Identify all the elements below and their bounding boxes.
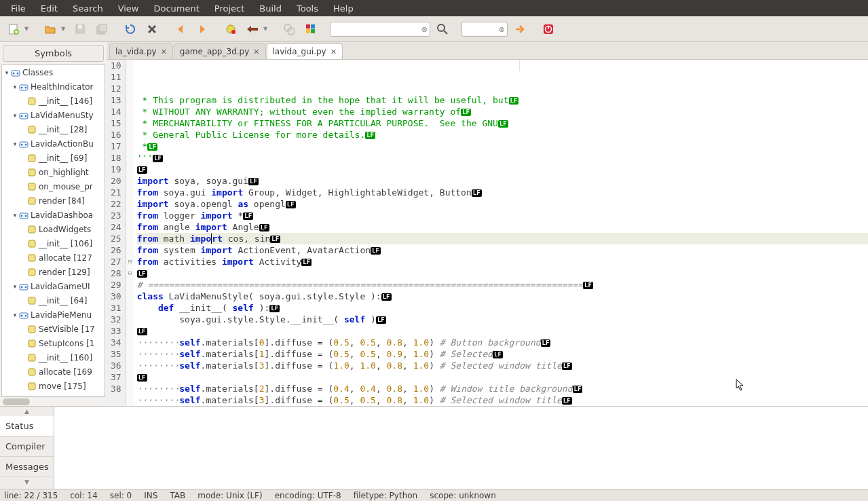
forward-button[interactable] [193,20,212,39]
tree-method[interactable]: allocate [127 [2,250,105,265]
bottom-tab-messages[interactable]: Messages [0,457,54,477]
tree-method[interactable]: SetVisible [17 [2,322,105,336]
compile-button[interactable] [221,20,240,39]
menu-file[interactable]: File [4,1,33,16]
code-line[interactable]: * This program is distributed in the hop… [137,94,868,106]
close-icon[interactable]: ✕ [253,48,259,56]
code-line[interactable]: *LF [137,141,868,152]
clear-icon[interactable]: ⊗ [499,24,505,33]
menu-tools[interactable]: Tools [290,1,325,16]
code-line[interactable]: LF [137,267,868,279]
tree-class[interactable]: ▾LavidaDashboa [2,208,105,222]
tree-method[interactable]: SetupIcons [1 [2,336,105,350]
menu-document[interactable]: Document [147,1,206,16]
close-button[interactable] [143,20,162,39]
menu-edit[interactable]: Edit [34,1,64,16]
code-line[interactable]: * General Public License for more detail… [137,129,868,141]
code-line[interactable]: '''LF [137,152,868,164]
tree-method[interactable]: __init__ [106] [2,236,105,250]
file-tab[interactable]: lavida_gui.py✕ [267,43,343,59]
code-line[interactable]: * MERCHANTABILITY or FITNESS FOR A PARTI… [137,117,868,129]
code-line[interactable]: soya.gui.style.Style.__init__( self )LF [137,314,868,325]
code-line[interactable]: from activities import ActivityLF [137,256,868,267]
save-button[interactable] [71,20,90,39]
status-tab[interactable]: TAB [170,491,185,500]
status-filetype[interactable]: filetype: Python [354,491,418,500]
chevron-down-icon[interactable]: ▼ [61,26,68,32]
menu-build[interactable]: Build [252,1,288,16]
code-line[interactable]: LF [137,164,868,175]
fold-column[interactable]: ⊟⊟ [126,60,134,406]
code-line[interactable]: import soya.opengl as openglLF [137,198,868,210]
scroll-up-icon[interactable]: ▲ [0,407,54,416]
status-mode[interactable]: mode: Unix (LF) [197,491,262,500]
tree-method[interactable]: render [84] [2,193,105,208]
bottom-tab-status[interactable]: Status [0,416,54,437]
tree-method[interactable]: on_highlight [2,165,105,179]
symbols-tab[interactable]: Symbols [3,45,104,62]
code-line[interactable]: from math import cos, sinLF [137,233,868,244]
tree-method[interactable]: __init__ [146] [2,94,105,108]
code-line[interactable]: # ======================================… [137,279,868,291]
code-line[interactable]: def __init__( self ):LF [137,302,868,314]
file-tab[interactable]: game_app_3d.py✕ [174,43,266,59]
tree-class[interactable]: ▾LaVidaMenuSty [2,108,105,122]
code-line[interactable]: from angle import AngleLF [137,221,868,233]
status-ins[interactable]: INS [144,491,157,500]
chevron-down-icon[interactable]: ▼ [24,26,31,32]
code-line[interactable]: ········self.materials[3].diffuse = (1.0… [137,360,868,371]
code-line[interactable]: from logger import *LF [137,210,868,221]
code-line[interactable]: ········self.materials[3].diffuse = (0.5… [137,394,868,406]
tree-method[interactable]: __init__ [64] [2,293,105,308]
open-file-button[interactable] [41,20,60,39]
quit-button[interactable] [539,20,558,39]
goto-line-button[interactable] [510,20,529,39]
menu-view[interactable]: View [111,1,146,16]
tree-method[interactable]: LoadWidgets [2,222,105,236]
code-line[interactable]: class LaVidaMenuStyle( soya.gui.style.St… [137,291,868,302]
tree-method[interactable]: __init__ [69] [2,151,105,165]
menu-search[interactable]: Search [66,1,110,16]
status-encoding[interactable]: encoding: UTF-8 [275,491,341,500]
reload-button[interactable] [121,20,140,39]
code-editor[interactable]: 1011121314151617181920212223242526272829… [107,60,868,406]
search-input[interactable] [330,22,430,37]
tree-method[interactable]: allocate [169 [2,365,105,379]
clear-icon[interactable]: ⊗ [421,24,428,33]
tree-method[interactable]: on_mouse_pr [2,179,105,193]
symbols-tree[interactable]: ▾Classes▾HealthIndicator__init__ [146]▾L… [1,64,105,396]
tree-class[interactable]: ▾LavidaPieMenu [2,308,105,322]
save-all-button[interactable] [92,20,111,39]
build-button[interactable] [243,20,262,39]
run-button[interactable] [280,20,299,39]
scroll-down-icon[interactable]: ▼ [0,477,54,487]
chevron-down-icon[interactable]: ▼ [263,26,270,32]
code-line[interactable]: LF [137,325,868,337]
horizontal-scrollbar[interactable] [0,396,107,406]
code-line[interactable]: ········self.materials[2].diffuse = (0.4… [137,383,868,394]
bottom-tab-compiler[interactable]: Compiler [0,437,54,457]
file-tab[interactable]: la_vida.py✕ [109,43,173,59]
code-line[interactable]: import soya, soya.guiLF [137,175,868,187]
new-file-button[interactable] [4,20,23,39]
code-line[interactable]: from soya.gui import Group, Widget, High… [137,187,868,198]
search-button[interactable] [433,20,452,39]
color-picker-button[interactable] [301,20,320,39]
close-icon[interactable]: ✕ [331,48,337,56]
tree-class[interactable]: ▾LavidaActionBu [2,136,105,151]
tree-class[interactable]: ▾HealthIndicator [2,79,105,94]
menu-project[interactable]: Project [208,1,251,16]
code-line[interactable]: ········self.materials[0].diffuse = (0.5… [137,337,868,348]
tree-method[interactable]: __init__ [28] [2,122,105,136]
tree-method[interactable]: move [175] [2,379,105,393]
back-button[interactable] [171,20,190,39]
tree-method[interactable]: render [129] [2,265,105,279]
code-line[interactable]: * WITHOUT ANY WARRANTY; without even the… [137,106,868,117]
code-line[interactable]: LF [137,371,868,383]
close-icon[interactable]: ✕ [161,48,167,56]
menu-help[interactable]: Help [326,1,360,16]
tree-method[interactable]: __init__ [160] [2,350,105,365]
tree-root[interactable]: ▾Classes [2,65,105,79]
tree-class[interactable]: ▾LavidaGameUI [2,279,105,293]
code-line[interactable]: ········self.materials[1].diffuse = (0.5… [137,348,868,360]
